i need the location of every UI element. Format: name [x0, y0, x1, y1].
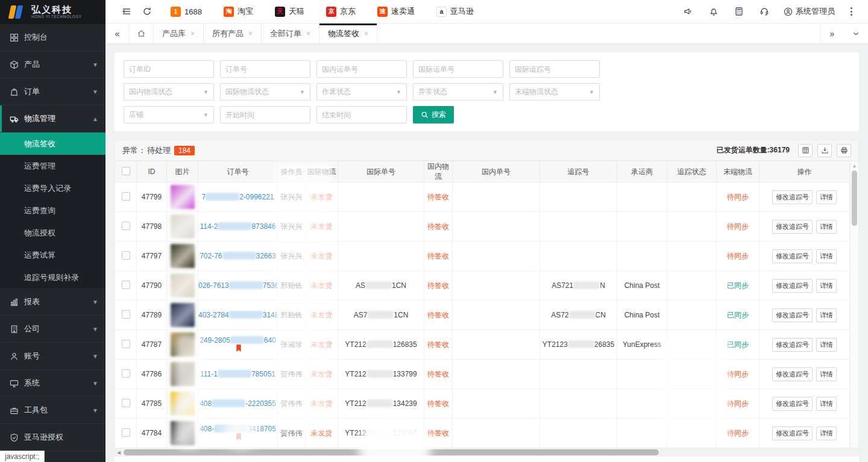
product-thumbnail[interactable]: [171, 332, 195, 357]
sidebar-subitem[interactable]: 追踪号规则补录: [0, 266, 105, 289]
tab-所有产品[interactable]: 所有产品×: [204, 23, 262, 43]
tab-产品库[interactable]: 产品库×: [154, 23, 204, 43]
filter-select-末端物流状态[interactable]: 末端物流状态▼: [509, 83, 600, 101]
marketplace-link[interactable]: 11688: [171, 7, 202, 17]
sidebar-item-4[interactable]: 报表▼: [0, 289, 105, 316]
pending-label[interactable]: 待处理: [147, 145, 171, 156]
filter-select-异常状态[interactable]: 异常状态▼: [413, 83, 503, 101]
pending-count-badge[interactable]: 184: [174, 146, 195, 155]
tabs-menu-icon[interactable]: [844, 23, 868, 43]
sidebar-item-2[interactable]: 订单▼: [0, 78, 105, 105]
row-checkbox[interactable]: [122, 222, 130, 230]
sidebar-item-7[interactable]: 系统▼: [0, 370, 105, 397]
edit-tracking-button[interactable]: 修改追踪号: [772, 279, 813, 293]
marketplace-link[interactable]: 天天猫: [275, 6, 304, 17]
tab-全部订单[interactable]: 全部订单×: [262, 23, 319, 43]
detail-button[interactable]: 详情: [816, 220, 837, 234]
row-checkbox[interactable]: [122, 251, 130, 260]
print-button[interactable]: [837, 144, 851, 157]
cell-order-no[interactable]: 702-7632663: [198, 242, 278, 271]
sidebar-subitem[interactable]: 物流授权: [0, 222, 105, 244]
sidebar-subitem[interactable]: 运费导入记录: [0, 177, 105, 199]
filter-input-国内运单号[interactable]: [316, 60, 407, 78]
edit-tracking-button[interactable]: 修改追踪号: [772, 249, 813, 263]
filter-input-订单号[interactable]: [220, 60, 310, 78]
detail-button[interactable]: 详情: [816, 279, 837, 293]
cell-order-no[interactable]: 249-2805640: [198, 330, 278, 360]
horizontal-scrollbar[interactable]: ◀: [115, 448, 859, 457]
sidebar-item-0[interactable]: 控制台: [0, 24, 105, 51]
product-thumbnail[interactable]: [171, 303, 195, 327]
select-all-checkbox[interactable]: [122, 167, 130, 175]
filter-input-国际运单号[interactable]: [413, 60, 503, 78]
filter-select-国内物流状态[interactable]: 国内物流状态▼: [124, 83, 214, 101]
detail-button[interactable]: 详情: [816, 190, 837, 204]
sidebar-item-8[interactable]: 工具包▼: [0, 397, 105, 424]
cell-order-no[interactable]: 111-1785051: [198, 360, 278, 389]
sidebar-subitem[interactable]: 物流签收: [0, 133, 105, 155]
detail-button[interactable]: 详情: [816, 426, 837, 440]
home-tab-icon[interactable]: [130, 23, 154, 43]
brand-logo[interactable]: 弘义科技 HONG YI TECHNOLOGY: [0, 0, 105, 24]
product-thumbnail[interactable]: [171, 421, 195, 445]
sidebar-subitem[interactable]: 运费管理: [0, 155, 105, 177]
product-thumbnail[interactable]: [171, 392, 195, 416]
collapse-sidebar-icon[interactable]: [116, 4, 137, 19]
product-thumbnail[interactable]: [171, 362, 195, 386]
detail-button[interactable]: 详情: [816, 367, 837, 381]
detail-button[interactable]: 详情: [816, 397, 837, 411]
cell-order-no[interactable]: 72-0996221: [198, 183, 278, 212]
cell-order-no[interactable]: 403-27843148: [198, 301, 278, 330]
horizontal-scroll-thumb[interactable]: [124, 449, 659, 455]
row-checkbox[interactable]: [122, 399, 130, 407]
refresh-icon[interactable]: [137, 4, 157, 19]
close-tab-icon[interactable]: ×: [190, 30, 195, 38]
product-thumbnail[interactable]: [171, 244, 195, 268]
row-checkbox[interactable]: [122, 310, 130, 319]
row-checkbox[interactable]: [122, 192, 130, 201]
start-time-input[interactable]: [220, 106, 310, 123]
filter-input-订单ID[interactable]: [124, 60, 214, 78]
vertical-scroll-thumb[interactable]: [852, 170, 857, 226]
detail-button[interactable]: 详情: [816, 338, 837, 352]
close-tab-icon[interactable]: ×: [248, 30, 253, 38]
user-menu[interactable]: 系统管理员: [779, 6, 840, 17]
export-button[interactable]: [817, 144, 832, 157]
close-tab-icon[interactable]: ×: [306, 30, 310, 38]
edit-tracking-button[interactable]: 修改追踪号: [772, 338, 813, 352]
product-thumbnail[interactable]: [171, 273, 195, 298]
row-checkbox[interactable]: [122, 428, 130, 437]
product-thumbnail[interactable]: [171, 214, 195, 239]
calculator-icon[interactable]: [728, 4, 750, 19]
product-thumbnail[interactable]: [171, 185, 195, 209]
sidebar-item-6[interactable]: 账号▼: [0, 343, 105, 370]
edit-tracking-button[interactable]: 修改追踪号: [772, 308, 813, 322]
sidebar-item-3[interactable]: 物流管理▲: [0, 105, 105, 133]
cell-order-no[interactable]: 408-2220355: [198, 389, 278, 419]
announcement-icon[interactable]: [678, 4, 699, 19]
sidebar-subitem[interactable]: 运费查询: [0, 199, 105, 222]
filter-select-国际物流状态[interactable]: 国际物流状态▼: [220, 83, 310, 101]
scroll-up-icon[interactable]: ▲: [852, 161, 857, 170]
notifications-bell-icon[interactable]: [703, 4, 725, 19]
edit-tracking-button[interactable]: 修改追踪号: [772, 397, 813, 411]
sidebar-item-9[interactable]: 亚马逊授权: [0, 424, 105, 451]
shop-select[interactable]: 店铺▼: [124, 106, 214, 123]
cell-order-no[interactable]: 408-3418705: [198, 419, 278, 448]
more-options-icon[interactable]: [843, 7, 860, 16]
detail-button[interactable]: 详情: [816, 308, 837, 322]
sidebar-subitem[interactable]: 运费试算: [0, 244, 105, 266]
tabs-scroll-right-icon[interactable]: »: [820, 23, 844, 43]
detail-button[interactable]: 详情: [816, 249, 837, 263]
row-checkbox[interactable]: [122, 340, 130, 348]
marketplace-link[interactable]: a亚马逊: [436, 6, 474, 17]
column-settings-button[interactable]: [798, 144, 813, 157]
edit-tracking-button[interactable]: 修改追踪号: [772, 367, 813, 381]
edit-tracking-button[interactable]: 修改追踪号: [772, 190, 813, 204]
sidebar-item-5[interactable]: 公司▼: [0, 316, 105, 343]
vertical-scrollbar[interactable]: ▲: [850, 161, 859, 448]
row-checkbox[interactable]: [122, 369, 130, 378]
search-button[interactable]: 搜索: [413, 106, 454, 123]
tab-物流签收[interactable]: 物流签收×: [319, 23, 377, 43]
edit-tracking-button[interactable]: 修改追踪号: [772, 426, 813, 440]
